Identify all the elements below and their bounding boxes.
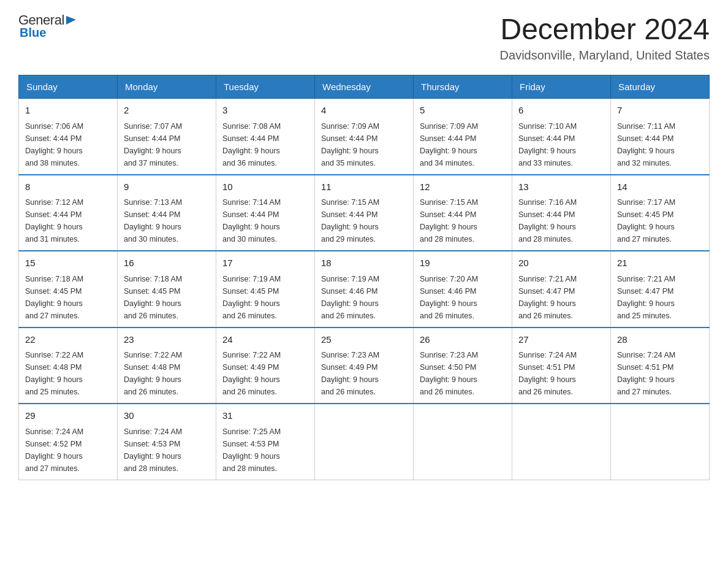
calendar-cell: 9 Sunrise: 7:13 AM Sunset: 4:44 PM Dayli… xyxy=(118,175,216,251)
logo: General Blue xyxy=(18,12,77,40)
page-header: General Blue December 2024 Davidsonville… xyxy=(18,12,710,63)
day-number: 5 xyxy=(420,104,506,118)
day-number: 27 xyxy=(518,333,604,347)
page-title: December 2024 xyxy=(500,12,710,46)
day-number: 12 xyxy=(420,180,506,194)
day-of-week-header: Monday xyxy=(118,75,216,99)
day-info: Sunrise: 7:15 AM Sunset: 4:44 PM Dayligh… xyxy=(321,196,407,245)
day-info: Sunrise: 7:21 AM Sunset: 4:47 PM Dayligh… xyxy=(617,273,703,322)
day-number: 18 xyxy=(321,256,407,270)
day-of-week-header: Tuesday xyxy=(216,75,315,99)
day-info: Sunrise: 7:07 AM Sunset: 4:44 PM Dayligh… xyxy=(124,120,210,169)
day-number: 2 xyxy=(124,104,210,118)
day-info: Sunrise: 7:08 AM Sunset: 4:44 PM Dayligh… xyxy=(222,120,308,169)
day-number: 14 xyxy=(617,180,703,194)
calendar-cell: 16 Sunrise: 7:18 AM Sunset: 4:45 PM Dayl… xyxy=(118,251,216,327)
day-info: Sunrise: 7:12 AM Sunset: 4:44 PM Dayligh… xyxy=(25,196,111,245)
calendar-cell: 6 Sunrise: 7:10 AM Sunset: 4:44 PM Dayli… xyxy=(512,99,611,175)
day-number: 8 xyxy=(25,180,111,194)
calendar-header-row: SundayMondayTuesdayWednesdayThursdayFrid… xyxy=(19,75,710,99)
day-number: 26 xyxy=(420,333,506,347)
calendar-week-row: 15 Sunrise: 7:18 AM Sunset: 4:45 PM Dayl… xyxy=(19,251,710,327)
calendar-cell: 1 Sunrise: 7:06 AM Sunset: 4:44 PM Dayli… xyxy=(19,99,118,175)
day-info: Sunrise: 7:18 AM Sunset: 4:45 PM Dayligh… xyxy=(124,273,210,322)
day-info: Sunrise: 7:24 AM Sunset: 4:51 PM Dayligh… xyxy=(617,349,703,398)
day-info: Sunrise: 7:19 AM Sunset: 4:46 PM Dayligh… xyxy=(321,273,407,322)
day-info: Sunrise: 7:24 AM Sunset: 4:53 PM Dayligh… xyxy=(124,426,210,475)
calendar-cell: 3 Sunrise: 7:08 AM Sunset: 4:44 PM Dayli… xyxy=(216,99,315,175)
calendar-cell: 4 Sunrise: 7:09 AM Sunset: 4:44 PM Dayli… xyxy=(315,99,414,175)
day-number: 30 xyxy=(124,409,210,423)
day-info: Sunrise: 7:11 AM Sunset: 4:44 PM Dayligh… xyxy=(617,120,703,169)
day-number: 22 xyxy=(25,333,111,347)
day-info: Sunrise: 7:22 AM Sunset: 4:48 PM Dayligh… xyxy=(25,349,111,398)
calendar-cell: 28 Sunrise: 7:24 AM Sunset: 4:51 PM Dayl… xyxy=(611,327,710,404)
page-subtitle: Davidsonville, Maryland, United States xyxy=(500,48,710,63)
day-number: 23 xyxy=(124,333,210,347)
title-section: December 2024 Davidsonville, Maryland, U… xyxy=(500,12,710,63)
day-number: 28 xyxy=(617,333,703,347)
day-number: 24 xyxy=(222,333,308,347)
day-number: 9 xyxy=(124,180,210,194)
day-info: Sunrise: 7:20 AM Sunset: 4:46 PM Dayligh… xyxy=(420,273,506,322)
calendar-cell xyxy=(315,404,414,480)
calendar-week-row: 1 Sunrise: 7:06 AM Sunset: 4:44 PM Dayli… xyxy=(19,99,710,175)
day-info: Sunrise: 7:17 AM Sunset: 4:45 PM Dayligh… xyxy=(617,196,703,245)
calendar-cell: 18 Sunrise: 7:19 AM Sunset: 4:46 PM Dayl… xyxy=(315,251,414,327)
day-number: 6 xyxy=(518,104,604,118)
day-number: 31 xyxy=(222,409,308,423)
day-info: Sunrise: 7:22 AM Sunset: 4:48 PM Dayligh… xyxy=(124,349,210,398)
calendar-cell: 15 Sunrise: 7:18 AM Sunset: 4:45 PM Dayl… xyxy=(19,251,118,327)
calendar-cell: 20 Sunrise: 7:21 AM Sunset: 4:47 PM Dayl… xyxy=(512,251,611,327)
calendar-cell: 19 Sunrise: 7:20 AM Sunset: 4:46 PM Dayl… xyxy=(414,251,512,327)
calendar-cell: 2 Sunrise: 7:07 AM Sunset: 4:44 PM Dayli… xyxy=(118,99,216,175)
calendar-cell xyxy=(414,404,512,480)
day-info: Sunrise: 7:25 AM Sunset: 4:53 PM Dayligh… xyxy=(222,426,308,475)
day-of-week-header: Thursday xyxy=(414,75,512,99)
day-number: 17 xyxy=(222,256,308,270)
calendar-cell xyxy=(611,404,710,480)
calendar-cell: 26 Sunrise: 7:23 AM Sunset: 4:50 PM Dayl… xyxy=(414,327,512,404)
day-number: 15 xyxy=(25,256,111,270)
day-info: Sunrise: 7:23 AM Sunset: 4:50 PM Dayligh… xyxy=(420,349,506,398)
calendar-cell xyxy=(512,404,611,480)
day-number: 10 xyxy=(222,180,308,194)
calendar-cell: 10 Sunrise: 7:14 AM Sunset: 4:44 PM Dayl… xyxy=(216,175,315,251)
day-number: 25 xyxy=(321,333,407,347)
calendar-week-row: 22 Sunrise: 7:22 AM Sunset: 4:48 PM Dayl… xyxy=(19,327,710,404)
day-info: Sunrise: 7:09 AM Sunset: 4:44 PM Dayligh… xyxy=(321,120,407,169)
calendar-cell: 31 Sunrise: 7:25 AM Sunset: 4:53 PM Dayl… xyxy=(216,404,315,480)
calendar-cell: 22 Sunrise: 7:22 AM Sunset: 4:48 PM Dayl… xyxy=(19,327,118,404)
logo-blue-text: Blue xyxy=(20,26,77,40)
calendar-cell: 27 Sunrise: 7:24 AM Sunset: 4:51 PM Dayl… xyxy=(512,327,611,404)
calendar-cell: 14 Sunrise: 7:17 AM Sunset: 4:45 PM Dayl… xyxy=(611,175,710,251)
day-number: 20 xyxy=(518,256,604,270)
day-number: 7 xyxy=(617,104,703,118)
day-of-week-header: Sunday xyxy=(19,75,118,99)
day-info: Sunrise: 7:23 AM Sunset: 4:49 PM Dayligh… xyxy=(321,349,407,398)
calendar-cell: 13 Sunrise: 7:16 AM Sunset: 4:44 PM Dayl… xyxy=(512,175,611,251)
calendar-cell: 29 Sunrise: 7:24 AM Sunset: 4:52 PM Dayl… xyxy=(19,404,118,480)
day-number: 4 xyxy=(321,104,407,118)
day-info: Sunrise: 7:10 AM Sunset: 4:44 PM Dayligh… xyxy=(518,120,604,169)
logo-arrow-icon xyxy=(65,13,77,26)
calendar-cell: 21 Sunrise: 7:21 AM Sunset: 4:47 PM Dayl… xyxy=(611,251,710,327)
calendar-week-row: 29 Sunrise: 7:24 AM Sunset: 4:52 PM Dayl… xyxy=(19,404,710,480)
day-number: 16 xyxy=(124,256,210,270)
day-of-week-header: Friday xyxy=(512,75,611,99)
calendar-table: SundayMondayTuesdayWednesdayThursdayFrid… xyxy=(18,75,710,480)
calendar-cell: 17 Sunrise: 7:19 AM Sunset: 4:45 PM Dayl… xyxy=(216,251,315,327)
day-info: Sunrise: 7:15 AM Sunset: 4:44 PM Dayligh… xyxy=(420,196,506,245)
day-info: Sunrise: 7:18 AM Sunset: 4:45 PM Dayligh… xyxy=(25,273,111,322)
day-info: Sunrise: 7:13 AM Sunset: 4:44 PM Dayligh… xyxy=(124,196,210,245)
calendar-cell: 7 Sunrise: 7:11 AM Sunset: 4:44 PM Dayli… xyxy=(611,99,710,175)
day-number: 1 xyxy=(25,104,111,118)
day-number: 19 xyxy=(420,256,506,270)
day-number: 21 xyxy=(617,256,703,270)
day-info: Sunrise: 7:19 AM Sunset: 4:45 PM Dayligh… xyxy=(222,273,308,322)
day-number: 29 xyxy=(25,409,111,423)
day-of-week-header: Wednesday xyxy=(315,75,414,99)
day-info: Sunrise: 7:22 AM Sunset: 4:49 PM Dayligh… xyxy=(222,349,308,398)
day-info: Sunrise: 7:21 AM Sunset: 4:47 PM Dayligh… xyxy=(518,273,604,322)
day-info: Sunrise: 7:16 AM Sunset: 4:44 PM Dayligh… xyxy=(518,196,604,245)
